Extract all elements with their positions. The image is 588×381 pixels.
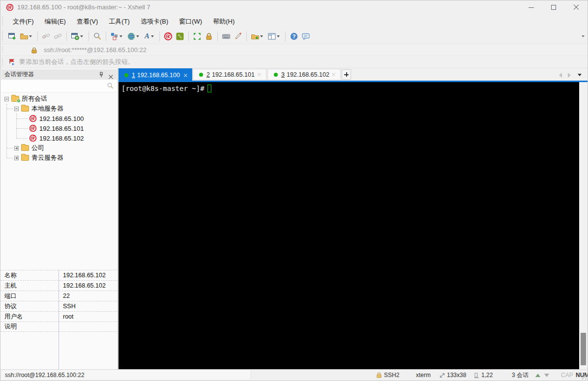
- help-icon[interactable]: ?: [288, 30, 300, 42]
- encoding-globe-icon[interactable]: [125, 30, 142, 42]
- new-folder-dropdown-icon[interactable]: [260, 35, 263, 37]
- tab-list-dropdown-icon[interactable]: [578, 74, 582, 76]
- tab-scroll-left-icon[interactable]: [559, 73, 562, 78]
- tree-item-label[interactable]: 青云服务器: [31, 153, 63, 162]
- toolbar-separator: [66, 31, 67, 41]
- tree-item-session[interactable]: 192.168.65.102: [29, 133, 84, 143]
- plus-icon: [344, 72, 349, 77]
- toolbar-overflow-icon[interactable]: [582, 35, 585, 37]
- tree-guide: [7, 148, 13, 148]
- tree-item-label[interactable]: 192.168.65.100: [39, 115, 84, 122]
- property-label: 名称: [0, 271, 59, 280]
- tab-close-icon[interactable]: [183, 73, 188, 78]
- scroll-up-icon[interactable]: [535, 374, 540, 377]
- menu-tabs[interactable]: 选项卡(B): [135, 15, 174, 28]
- tree-item-company[interactable]: 公司: [14, 143, 44, 153]
- virtual-keyboard-icon[interactable]: [220, 30, 232, 42]
- terminal-screen[interactable]: [root@k8s-master ~]#: [118, 82, 579, 369]
- new-session-icon[interactable]: [6, 30, 18, 42]
- layout-icon[interactable]: [266, 30, 283, 42]
- layout-dropdown-icon[interactable]: [277, 35, 280, 37]
- scrollbar-thumb[interactable]: [581, 333, 586, 365]
- toolbar-separator: [285, 31, 286, 41]
- property-value: SSH: [59, 303, 76, 310]
- status-bar: ssh://root@192.168.65.100:22 SSH2 xterm …: [0, 369, 588, 381]
- menu-view[interactable]: 查看(V): [71, 15, 103, 28]
- xshell-session-icon: [29, 134, 37, 142]
- tree-item-label[interactable]: 192.168.65.102: [39, 135, 84, 142]
- tree-item-all-sessions[interactable]: 所有会话: [4, 94, 47, 104]
- cursor-position-icon: [474, 373, 479, 378]
- tab-close-icon[interactable]: [331, 72, 336, 77]
- fullscreen-icon[interactable]: [191, 30, 203, 42]
- property-label: 主机: [0, 282, 59, 290]
- session-manager-title: 会话管理器: [4, 71, 34, 78]
- expand-icon[interactable]: [14, 156, 19, 160]
- collapse-icon[interactable]: [4, 97, 9, 101]
- font-icon[interactable]: A: [142, 30, 157, 42]
- tree-guide: [6, 104, 7, 158]
- tree-item-session[interactable]: 192.168.65.101: [29, 123, 84, 133]
- address-bar[interactable]: ssh://root:******@192.168.65.100:22: [0, 44, 588, 56]
- tab-number: 1: [132, 72, 135, 79]
- tree-guide: [16, 114, 17, 138]
- noticebar-grip: [2, 58, 3, 66]
- tree-item-label[interactable]: 公司: [31, 144, 44, 152]
- status-session-count[interactable]: 3 会话: [512, 370, 529, 381]
- address-url[interactable]: ssh://root:******@192.168.65.100:22: [44, 44, 147, 57]
- tab-session-1[interactable]: 1 192.168.65.100: [118, 68, 192, 82]
- collapse-icon[interactable]: [14, 107, 19, 111]
- color-scheme-icon[interactable]: [109, 30, 125, 42]
- scroll-down-icon[interactable]: [544, 374, 549, 377]
- new-folder-icon[interactable]: [249, 30, 266, 42]
- address-lock-icon: [31, 47, 37, 54]
- session-properties-dropdown-icon[interactable]: [80, 35, 83, 37]
- xshell-icon[interactable]: [162, 30, 174, 42]
- font-dropdown-icon[interactable]: [151, 35, 154, 37]
- maximize-button[interactable]: [542, 0, 565, 14]
- new-tab-button[interactable]: [342, 69, 351, 80]
- toolbar-separator: [246, 31, 247, 41]
- menu-help[interactable]: 帮助(H): [207, 15, 240, 28]
- xftp-icon[interactable]: [174, 30, 186, 42]
- close-icon: [573, 4, 579, 10]
- tree-item-session[interactable]: 192.168.65.100: [29, 114, 84, 123]
- status-terminal-type[interactable]: xterm: [416, 370, 431, 381]
- tab-session-2[interactable]: 2 192.168.65.101: [193, 69, 266, 80]
- ssh-lock-icon: [376, 372, 382, 378]
- expand-icon[interactable]: [14, 146, 19, 150]
- title-bar: 192.168.65.100 - root@k8s-master:~ - Xsh…: [0, 0, 588, 14]
- session-search-box[interactable]: [1, 80, 117, 92]
- tab-scroll-right-icon[interactable]: [568, 73, 571, 78]
- encoding-dropdown-icon[interactable]: [136, 35, 139, 37]
- pin-icon[interactable]: [99, 72, 104, 78]
- status-screen-size[interactable]: 133x38: [447, 370, 466, 381]
- status-cursor-position[interactable]: 1,22: [481, 370, 493, 381]
- tree-item-label[interactable]: 192.168.65.101: [39, 125, 84, 132]
- resize-grip[interactable]: [582, 375, 587, 380]
- tab-close-icon[interactable]: [257, 72, 262, 77]
- minimize-button[interactable]: [520, 0, 542, 14]
- open-sessions-icon[interactable]: [18, 30, 35, 42]
- lock-screen-icon[interactable]: [203, 30, 215, 42]
- terminal-scrollbar[interactable]: [579, 82, 588, 369]
- find-icon[interactable]: [91, 30, 103, 42]
- open-sessions-dropdown-icon[interactable]: [29, 35, 32, 37]
- menu-window[interactable]: 窗口(W): [174, 15, 207, 28]
- tree-item-label[interactable]: 所有会话: [22, 94, 47, 103]
- session-properties-icon[interactable]: [69, 30, 86, 42]
- screen-size-icon: [440, 373, 445, 378]
- status-protocol[interactable]: SSH2: [384, 370, 399, 381]
- menu-file[interactable]: 文件(F): [7, 15, 39, 28]
- menu-edit[interactable]: 编辑(E): [39, 15, 71, 28]
- compose-pen-icon[interactable]: [232, 30, 244, 42]
- color-scheme-dropdown-icon[interactable]: [119, 35, 122, 37]
- tree-item-label[interactable]: 本地服务器: [31, 104, 63, 113]
- session-manager-panel: 会话管理器 所有会话 本地服务器: [0, 68, 118, 369]
- close-button[interactable]: [565, 0, 588, 14]
- feedback-icon[interactable]: [300, 30, 312, 42]
- tree-item-qingyun[interactable]: 青云服务器: [14, 153, 63, 163]
- menu-tools[interactable]: 工具(T): [103, 15, 135, 28]
- tab-session-3[interactable]: 3 192.168.65.102: [267, 69, 341, 80]
- tree-item-local-servers[interactable]: 本地服务器: [14, 104, 63, 114]
